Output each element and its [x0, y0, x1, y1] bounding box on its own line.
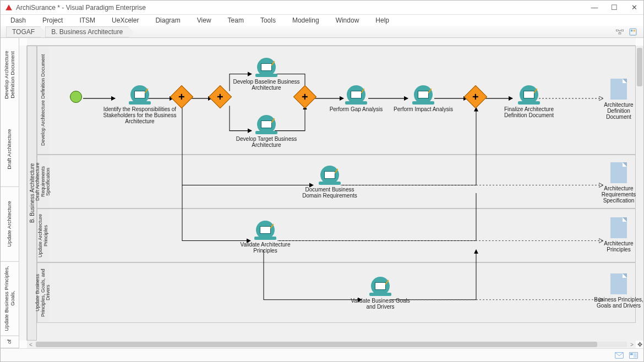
ruler-horizontal — [27, 38, 636, 46]
menu-uexceler[interactable]: UeXceler — [112, 17, 139, 24]
task-label: Validate Architecture Principles — [235, 242, 296, 254]
close-button[interactable]: ✕ — [629, 3, 639, 12]
left-tab-draft[interactable]: Draft Architecture — [1, 112, 19, 187]
artifact-label: Architecture Definition Document — [594, 102, 643, 120]
minimize-button[interactable]: — — [590, 3, 599, 12]
task-label: Validate Business Goals and Drivers — [346, 298, 414, 310]
task-label: Document Business Domain Requirements — [297, 187, 363, 199]
svg-rect-2 — [621, 30, 624, 31]
artifact-label: Architecture Requirements Specification — [594, 185, 643, 204]
menu-window[interactable]: Window — [336, 17, 359, 24]
pan-icon[interactable]: ✥ — [636, 341, 643, 348]
window-title: ArchiSurance * - Visual Paradigm Enterpr… — [16, 4, 590, 12]
task-finalize[interactable]: Finalize Architecture Definition Documen… — [496, 85, 562, 118]
maximize-button[interactable]: ☐ — [609, 3, 619, 12]
switch-view-icon[interactable] — [628, 27, 638, 37]
left-tab-develop[interactable]: Develop Architecture Definition Document — [1, 38, 19, 112]
svg-rect-23 — [634, 353, 637, 358]
menu-bar: Dash Project ITSM UeXceler Diagram View … — [1, 15, 643, 26]
workspace: Develop Architecture Definition Document… — [1, 38, 643, 348]
canvas-area: < > ✥ B. Business Architecture Develop A… — [19, 38, 643, 348]
left-tab-strip: Develop Architecture Definition Document… — [1, 38, 19, 348]
artifact-arch-def[interactable]: Architecture Definition Document — [594, 79, 643, 120]
lane-label-update-arch: Update Architecture Principles — [37, 209, 49, 262]
lane-update-arch[interactable]: Update Architecture Principles — [37, 209, 636, 262]
svg-rect-7 — [631, 30, 632, 31]
scroll-right-icon[interactable]: > — [628, 342, 636, 348]
menu-diagram[interactable]: Diagram — [155, 17, 180, 24]
menu-team[interactable]: Team — [228, 17, 244, 24]
task-label: Perform Impact Analysis — [390, 106, 456, 112]
task-develop-baseline[interactable]: Develop Baseline Business Architecture — [231, 58, 302, 91]
left-tab-overflow[interactable]: of — [1, 336, 19, 348]
breadcrumb-root[interactable]: TOGAF — [6, 26, 41, 37]
lane-label-develop: Develop Architecture Definition Document — [37, 46, 49, 154]
diagram-overview-icon[interactable] — [615, 27, 625, 37]
gateway-parallel-1[interactable]: + — [173, 89, 190, 105]
app-logo-icon — [5, 4, 13, 12]
menu-itsm[interactable]: ITSM — [79, 17, 95, 24]
task-validate-goals[interactable]: Validate Business Goals and Drivers — [346, 277, 414, 310]
menu-dash[interactable]: Dash — [10, 17, 26, 24]
task-validate-principles[interactable]: Validate Architecture Principles — [235, 221, 296, 254]
artifact-arch-req[interactable]: Architecture Requirements Specification — [594, 162, 643, 204]
task-gap-analysis[interactable]: Perform Gap Analysis — [329, 85, 384, 112]
layout-icon[interactable] — [629, 352, 638, 359]
ruler-vertical — [19, 46, 27, 341]
gateway-parallel-4[interactable]: + — [467, 89, 484, 105]
scroll-left-icon[interactable]: < — [27, 342, 35, 348]
menu-project[interactable]: Project — [42, 17, 63, 24]
svg-rect-3 — [619, 32, 621, 34]
svg-rect-1 — [616, 30, 618, 31]
task-document-domain[interactable]: Document Business Domain Requirements — [297, 166, 363, 199]
artifact-arch-principles[interactable]: Architecture Principles — [594, 217, 643, 253]
left-tab-update-arch[interactable]: Update Architecture — [1, 187, 19, 262]
artifact-label: Architecture Principles — [594, 240, 643, 253]
lane-update-biz[interactable]: Update Business Principles, Goals, and D… — [37, 262, 636, 323]
breadcrumb-current[interactable]: B. Business Architecture — [45, 26, 129, 37]
menu-tools[interactable]: Tools — [260, 17, 276, 24]
task-label: Develop Target Business Architecture — [231, 136, 302, 148]
scrollbar-horizontal[interactable]: < > — [27, 341, 636, 348]
mail-icon[interactable] — [615, 352, 624, 359]
task-label: Develop Baseline Business Architecture — [231, 79, 302, 91]
task-identify-stakeholders[interactable]: Identify the Responsibilities of Stakeho… — [99, 85, 181, 124]
gateway-parallel-3[interactable]: + — [297, 89, 313, 105]
left-tab-update-biz[interactable]: Update Business Principles, Goals, — [1, 261, 19, 336]
artifact-biz-principles[interactable]: Business Principles, Goals and Drivers — [594, 273, 643, 309]
svg-rect-22 — [630, 353, 633, 355]
task-develop-target[interactable]: Develop Target Business Architecture — [231, 115, 302, 148]
task-impact-analysis[interactable]: Perform Impact Analysis — [390, 85, 456, 112]
menu-view[interactable]: View — [197, 17, 211, 24]
task-label: Identify the Responsibilities of Stakeho… — [99, 106, 181, 124]
svg-rect-6 — [630, 29, 636, 35]
artifact-label: Business Principles, Goals and Drivers — [594, 297, 643, 309]
title-bar: ArchiSurance * - Visual Paradigm Enterpr… — [1, 1, 643, 15]
lane-label-draft: Draft Architecture Requirements Specific… — [37, 155, 49, 208]
start-event[interactable] — [70, 91, 82, 103]
diagram-canvas[interactable]: B. Business Architecture Develop Archite… — [27, 46, 636, 341]
lane-label-update-biz: Update Business Principles, Goals, and D… — [37, 263, 49, 322]
task-label: Finalize Architecture Definition Documen… — [496, 106, 562, 118]
task-label: Perform Gap Analysis — [329, 106, 384, 112]
svg-rect-8 — [634, 30, 635, 31]
breadcrumb-bar: TOGAF B. Business Architecture — [1, 26, 643, 38]
menu-modeling[interactable]: Modeling — [292, 17, 319, 24]
menu-help[interactable]: Help — [375, 17, 389, 24]
gateway-parallel-2[interactable]: + — [212, 89, 228, 105]
svg-marker-0 — [6, 4, 12, 10]
status-bar — [1, 348, 643, 361]
